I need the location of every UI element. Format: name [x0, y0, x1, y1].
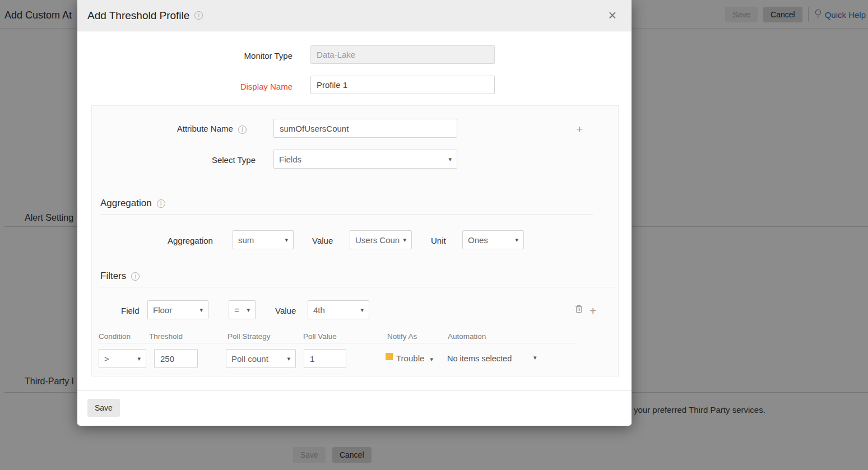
automation-value: No items selected — [447, 354, 512, 363]
unit-label: Unit — [431, 236, 446, 245]
filter-value-label: Value — [275, 306, 296, 315]
column-header-poll-value: Poll Value — [303, 332, 337, 341]
attribute-name-label: Attribute Name — [92, 124, 247, 134]
value-label: Value — [312, 236, 333, 245]
attribute-name-field[interactable] — [273, 119, 457, 138]
save-button[interactable]: Save — [87, 399, 120, 417]
info-icon[interactable] — [157, 199, 165, 208]
condition-dropdown[interactable]: > ▾ — [99, 349, 146, 368]
section-divider — [100, 287, 616, 287]
column-header-condition: Condition — [99, 332, 131, 341]
trash-icon[interactable] — [575, 305, 583, 315]
table-header-divider — [99, 343, 577, 343]
footer-divider — [77, 390, 632, 391]
column-header-threshold: Threshold — [149, 332, 183, 341]
section-divider — [100, 214, 593, 215]
chevron-down-icon: ▾ — [137, 355, 141, 362]
select-type-label: Select Type — [92, 155, 256, 165]
monitor-type-field — [310, 45, 495, 64]
add-threshold-profile-dialog: Add Threshold Profile × Monitor Type Dis… — [77, 0, 632, 426]
filters-section-title: Filters — [100, 271, 140, 282]
column-header-notify-as: Notify As — [387, 332, 417, 341]
notify-as-dropdown[interactable]: Trouble ▾ — [396, 353, 433, 363]
info-icon[interactable] — [131, 272, 140, 281]
select-type-dropdown[interactable]: Fields ▾ — [273, 150, 457, 169]
filter-field-dropdown[interactable]: Floor ▾ — [147, 300, 208, 319]
aggregation-section-title: Aggregation — [100, 198, 165, 209]
chevron-down-icon: ▾ — [199, 306, 203, 314]
column-header-poll-strategy: Poll Strategy — [228, 332, 271, 341]
dialog-title: Add Threshold Profile — [87, 10, 189, 22]
info-icon[interactable] — [194, 11, 203, 20]
monitor-type-label: Monitor Type — [77, 51, 293, 61]
chevron-down-icon: ▾ — [430, 356, 433, 362]
unit-dropdown[interactable]: Ones ▾ — [462, 230, 524, 249]
filter-value-dropdown[interactable]: 4th ▾ — [308, 300, 369, 319]
info-icon[interactable] — [238, 125, 247, 134]
chevron-down-icon: ▾ — [285, 236, 288, 244]
poll-value-field[interactable] — [304, 349, 346, 368]
chevron-down-icon: ▾ — [515, 236, 518, 244]
aggregation-label: Aggregation — [168, 236, 213, 245]
trouble-color-swatch — [386, 353, 393, 360]
chevron-down-icon: ▾ — [287, 355, 290, 362]
value-dropdown[interactable]: Users Count ▾ — [350, 230, 412, 249]
aggregation-dropdown[interactable]: sum ▾ — [233, 230, 294, 249]
add-filter-icon[interactable]: + — [590, 305, 596, 317]
automation-dropdown-icon[interactable]: ▾ — [533, 354, 537, 361]
threshold-field[interactable] — [154, 349, 198, 368]
display-name-label: Display Name — [77, 82, 293, 91]
chevron-down-icon: ▾ — [247, 306, 250, 314]
filter-operator-dropdown[interactable]: = ▾ — [229, 300, 256, 319]
display-name-field[interactable] — [310, 76, 495, 94]
screen: Add Custom At Save Cancel Quick Help Ale… — [0, 0, 868, 470]
dialog-header: Add Threshold Profile × — [77, 0, 632, 31]
field-label: Field — [121, 306, 140, 315]
close-icon[interactable]: × — [603, 8, 621, 22]
column-header-automation: Automation — [448, 332, 486, 341]
add-attribute-icon[interactable]: + — [576, 123, 583, 135]
chevron-down-icon: ▾ — [403, 236, 406, 244]
chevron-down-icon: ▾ — [448, 156, 452, 163]
attribute-panel: Attribute Name + Select Type Fields ▾ Ag… — [91, 105, 619, 376]
poll-strategy-dropdown[interactable]: Poll count ▾ — [226, 349, 296, 368]
chevron-down-icon: ▾ — [360, 306, 364, 314]
